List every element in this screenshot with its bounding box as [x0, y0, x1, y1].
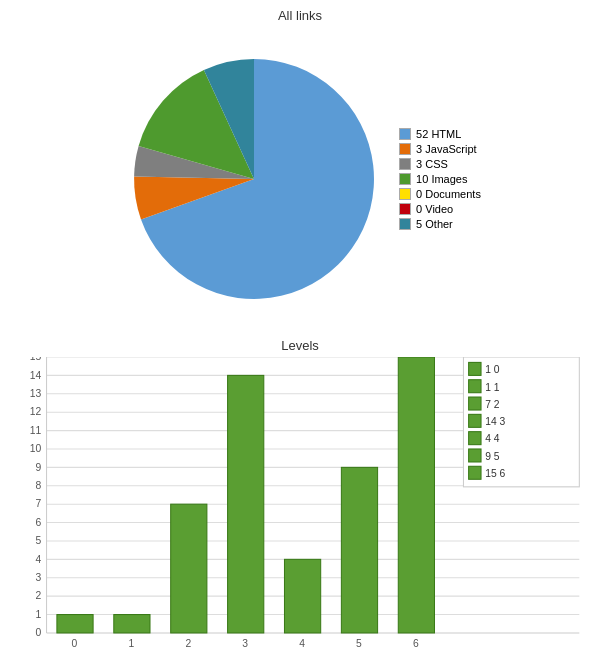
svg-text:9 5: 9 5 [485, 450, 499, 462]
svg-text:4 4: 4 4 [485, 432, 499, 444]
svg-text:13: 13 [30, 387, 42, 399]
svg-text:2: 2 [36, 589, 42, 601]
bar-4 [284, 559, 320, 633]
legend-color-images [399, 173, 411, 185]
bar-6 [398, 357, 434, 633]
svg-text:7 2: 7 2 [485, 398, 499, 410]
pie-legend: 52 HTML 3 JavaScript 3 CSS 10 Images 0 D… [399, 128, 481, 230]
svg-text:8: 8 [36, 479, 42, 491]
pie-chart-svg [119, 44, 389, 314]
svg-text:9: 9 [36, 460, 42, 472]
svg-text:14: 14 [30, 368, 42, 380]
svg-text:12: 12 [30, 405, 42, 417]
svg-text:10: 10 [30, 442, 42, 454]
legend-color-css [399, 158, 411, 170]
bar-0 [57, 615, 93, 633]
svg-text:15: 15 [30, 357, 42, 362]
bar-1 [114, 615, 150, 633]
legend-label-css: 3 CSS [416, 158, 448, 170]
pie-title: All links [278, 8, 322, 23]
svg-rect-44 [469, 397, 481, 410]
legend-color-video [399, 203, 411, 215]
svg-rect-42 [469, 380, 481, 393]
svg-rect-52 [469, 466, 481, 479]
svg-rect-50 [469, 449, 481, 462]
bar-title: Levels [281, 338, 319, 353]
legend-item-other: 5 Other [399, 218, 481, 230]
svg-text:5: 5 [36, 534, 42, 546]
legend-label-other: 5 Other [416, 218, 453, 230]
main-container: All links [0, 0, 600, 660]
legend-label-html: 52 HTML [416, 128, 461, 140]
bar-3 [228, 375, 264, 633]
pie-section: All links [0, 0, 600, 330]
legend-color-other [399, 218, 411, 230]
legend-item-images: 10 Images [399, 173, 481, 185]
svg-text:3: 3 [36, 571, 42, 583]
svg-text:0: 0 [36, 626, 42, 638]
bar-chart-svg: 0 1 2 3 4 5 6 7 8 9 10 11 12 13 14 15 [0, 357, 600, 660]
legend-item-documents: 0 Documents [399, 188, 481, 200]
svg-rect-40 [469, 362, 481, 375]
svg-text:4: 4 [36, 552, 42, 564]
legend-item-js: 3 JavaScript [399, 143, 481, 155]
svg-text:6: 6 [413, 637, 419, 649]
svg-text:11: 11 [30, 424, 42, 436]
legend-color-js [399, 143, 411, 155]
svg-text:2: 2 [185, 637, 191, 649]
svg-text:6: 6 [36, 516, 42, 528]
legend-color-html [399, 128, 411, 140]
svg-text:15 6: 15 6 [485, 467, 505, 479]
bar-section: Levels [0, 330, 600, 660]
legend-label-js: 3 JavaScript [416, 143, 477, 155]
svg-rect-48 [469, 432, 481, 445]
bar-5 [341, 467, 377, 633]
legend-label-images: 10 Images [416, 173, 467, 185]
svg-text:3: 3 [242, 637, 248, 649]
svg-text:0: 0 [72, 637, 78, 649]
pie-area: 52 HTML 3 JavaScript 3 CSS 10 Images 0 D… [0, 27, 600, 330]
svg-text:1: 1 [129, 637, 135, 649]
legend-label-documents: 0 Documents [416, 188, 481, 200]
legend-color-documents [399, 188, 411, 200]
svg-text:14 3: 14 3 [485, 415, 505, 427]
legend-item-video: 0 Video [399, 203, 481, 215]
bar-2 [171, 504, 207, 633]
svg-text:7: 7 [36, 497, 42, 509]
legend-item-css: 3 CSS [399, 158, 481, 170]
svg-text:4: 4 [299, 637, 305, 649]
svg-text:1 0: 1 0 [485, 363, 499, 375]
svg-text:1: 1 [36, 608, 42, 620]
svg-text:1 1: 1 1 [485, 380, 499, 392]
svg-rect-46 [469, 414, 481, 427]
legend-label-video: 0 Video [416, 203, 453, 215]
legend-item-html: 52 HTML [399, 128, 481, 140]
svg-text:5: 5 [356, 637, 362, 649]
